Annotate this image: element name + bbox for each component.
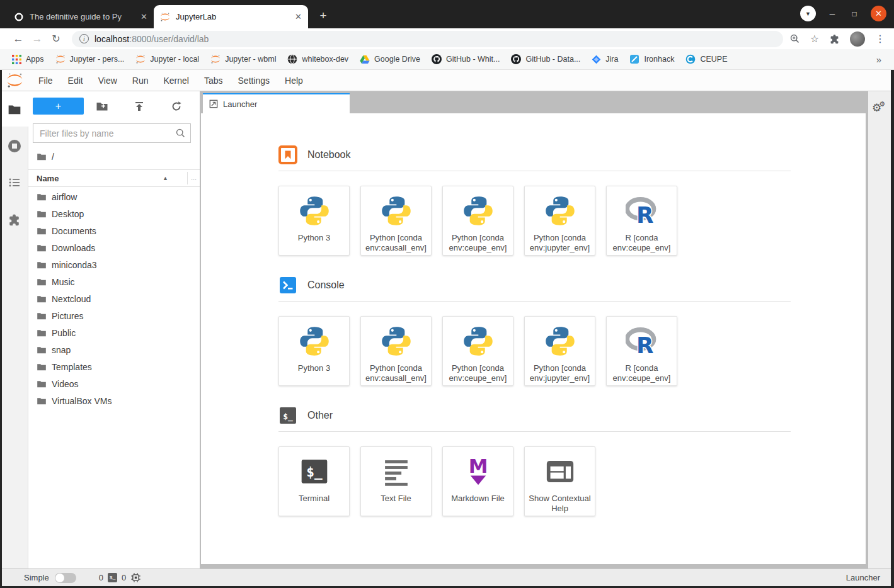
launcher-card[interactable]: Python 3 — [278, 316, 350, 386]
url-bar[interactable]: i localhost:8000/user/david/lab — [72, 31, 783, 47]
page-info-icon[interactable]: i — [79, 34, 89, 43]
menu-kernel[interactable]: Kernel — [156, 76, 196, 86]
forward-button[interactable]: → — [28, 33, 47, 45]
bookmark-apps[interactable]: Apps — [6, 52, 50, 67]
file-list-item[interactable]: Nextcloud — [28, 290, 200, 307]
window-maximize-button[interactable]: □ — [849, 9, 860, 18]
bookmark-google-drive[interactable]: Google Drive — [354, 52, 426, 67]
menu-file[interactable]: File — [31, 76, 60, 86]
filter-files-input[interactable] — [33, 123, 191, 143]
bookmark-ironhack[interactable]: Ironhack — [624, 52, 680, 67]
section-cards: $_TerminalText FileMMarkdown FileShow Co… — [278, 446, 866, 516]
bookmark-whitebox-dev[interactable]: whitebox-dev — [282, 52, 354, 67]
file-list-item[interactable]: Pictures — [28, 307, 200, 324]
bookmark-label: GitHub - Whit... — [446, 55, 500, 64]
breadcrumb-root[interactable]: / — [52, 152, 54, 162]
file-list-item[interactable]: snap — [28, 341, 200, 358]
file-list-item[interactable]: Music — [28, 273, 200, 290]
bookmark-ceupe[interactable]: CEUPE — [680, 52, 733, 67]
folder-icon — [37, 260, 47, 270]
menu-settings[interactable]: Settings — [231, 76, 278, 86]
browser-menu-icon[interactable]: ⋮ — [875, 33, 885, 45]
sidebar-tab-extensions[interactable] — [0, 201, 28, 237]
launcher-card-label: Python 3 — [298, 363, 330, 373]
file-list-item[interactable]: Desktop — [28, 205, 200, 222]
launcher-card[interactable]: RR [conda env:ceupe_env] — [606, 316, 677, 386]
file-name: Videos — [52, 379, 79, 389]
file-list-item[interactable]: airflow — [28, 188, 200, 205]
launcher-tab-icon — [209, 99, 218, 108]
upload-icon[interactable] — [121, 101, 158, 112]
new-tab-button[interactable]: + — [316, 9, 331, 23]
browser-tab-inactive[interactable]: The definitive guide to Py ✕ — [8, 5, 154, 28]
file-list-item[interactable]: Templates — [28, 358, 200, 375]
sidebar-tab-running[interactable] — [0, 128, 28, 164]
file-list-item[interactable]: Public — [28, 324, 200, 341]
jupyter-favicon-icon — [160, 12, 170, 22]
window-minimize-button[interactable]: – — [827, 8, 838, 19]
launcher-card[interactable]: Python [conda env:ceupe_env] — [442, 316, 513, 386]
property-inspector-gears-icon[interactable]: ⚙⚙ — [872, 101, 888, 115]
bookmark-star-icon[interactable]: ☆ — [810, 33, 819, 45]
sidebar-tab-filebrowser[interactable] — [0, 91, 28, 128]
simple-mode-toggle[interactable] — [55, 573, 76, 583]
bookmark-jupyter-pers[interactable]: Jupyter - pers... — [50, 52, 130, 67]
launcher-card[interactable]: MMarkdown File — [442, 446, 513, 516]
bookmarks-overflow-chevron[interactable]: » — [876, 54, 888, 65]
launcher-card[interactable]: Python [conda env:ceupe_env] — [442, 186, 513, 256]
launcher-card[interactable]: Python [conda env:jupyter_env] — [524, 186, 595, 256]
launcher-card[interactable]: Python [conda env:jupyter_env] — [524, 316, 595, 386]
menu-run[interactable]: Run — [125, 76, 156, 86]
browser-tab-active[interactable]: JupyterLab ✕ — [154, 5, 308, 28]
file-list-item[interactable]: miniconda3 — [28, 256, 200, 273]
launcher-card[interactable]: $_Terminal — [278, 446, 350, 516]
browser-window: The definitive guide to Py ✕ JupyterLab … — [0, 0, 894, 588]
zoom-indicator-icon[interactable] — [789, 33, 800, 44]
bookmark-jupyter-wbml[interactable]: Jupyter - wbml — [205, 52, 282, 67]
launcher-card[interactable]: Python [conda env:causall_env] — [360, 186, 432, 256]
modified-column-ellipsis[interactable]: ... — [187, 172, 200, 184]
launcher-card[interactable]: Text File — [360, 446, 432, 516]
launcher-card[interactable]: RR [conda env:ceupe_env] — [606, 186, 677, 256]
launcher-card[interactable]: Python [conda env:causall_env] — [360, 316, 432, 386]
bookmark-jira[interactable]: Jira — [586, 52, 624, 67]
python-icon — [380, 195, 413, 227]
python-icon — [544, 195, 576, 227]
bookmark-github-data[interactable]: GitHub - Data... — [505, 52, 586, 67]
bookmark-github-whit[interactable]: GitHub - Whit... — [426, 52, 505, 67]
folder-icon — [37, 328, 47, 338]
bookmark-jupyter-local[interactable]: Jupyter - local — [130, 52, 205, 67]
menu-view[interactable]: View — [91, 76, 125, 86]
folder-icon — [37, 209, 47, 219]
breadcrumb[interactable]: / — [28, 143, 200, 167]
menu-help[interactable]: Help — [277, 76, 311, 86]
new-folder-icon[interactable] — [84, 100, 121, 113]
tab-close-icon[interactable]: ✕ — [295, 12, 302, 21]
folder-icon — [37, 379, 47, 389]
refresh-icon[interactable] — [158, 101, 195, 112]
apps-grid-icon — [12, 55, 21, 64]
sort-ascending-icon[interactable]: ▲ — [163, 175, 168, 181]
sidebar-tab-commands[interactable] — [0, 164, 28, 201]
reload-button[interactable]: ↻ — [47, 33, 66, 45]
back-button[interactable]: ← — [9, 33, 28, 45]
window-close-button[interactable]: ✕ — [871, 6, 886, 21]
tab-close-icon[interactable]: ✕ — [140, 12, 147, 21]
folder-icon — [37, 277, 47, 287]
launcher-tab[interactable]: Launcher — [203, 93, 350, 113]
file-list-item[interactable]: Downloads — [28, 239, 200, 256]
extensions-puzzle-icon[interactable] — [829, 33, 840, 44]
running-sessions[interactable]: 0 $_ 0 — [99, 572, 141, 583]
menu-tabs[interactable]: Tabs — [197, 76, 231, 86]
file-list-item[interactable]: Documents — [28, 222, 200, 239]
window-menu-icon[interactable]: ▼ — [800, 6, 816, 21]
file-list-header[interactable]: Name ▲ ... — [28, 169, 200, 187]
launcher-card[interactable]: Python 3 — [278, 186, 350, 256]
file-list-item[interactable]: Videos — [28, 375, 200, 392]
launcher-card[interactable]: Show Contextual Help — [524, 446, 595, 516]
new-launcher-button[interactable]: + — [33, 98, 84, 115]
profile-avatar[interactable] — [850, 31, 865, 47]
name-column-header[interactable]: Name — [28, 174, 59, 183]
file-list-item[interactable]: VirtualBox VMs — [28, 392, 200, 409]
menu-edit[interactable]: Edit — [60, 76, 91, 86]
